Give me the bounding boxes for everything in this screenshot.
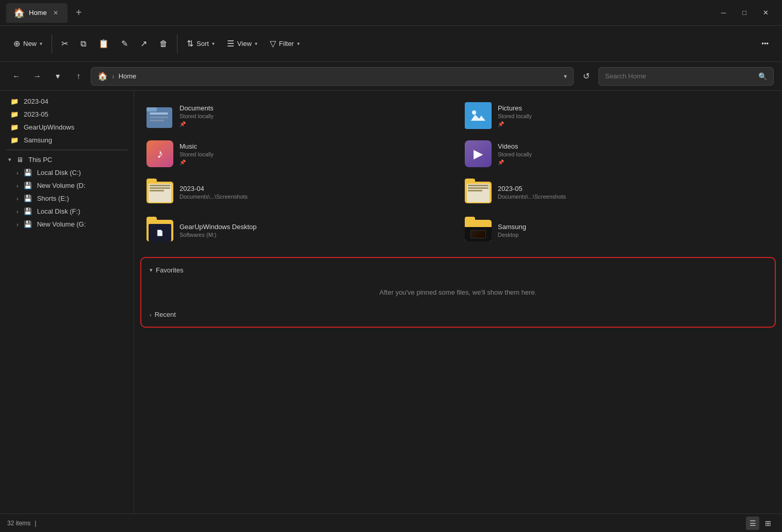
documents-folder-thumb (146, 102, 173, 129)
sidebar-item-shorts-e[interactable]: › 💾 Shorts (E:) (2, 192, 132, 205)
svg-point-5 (472, 110, 476, 115)
favorites-header[interactable]: ▾ Favorites (150, 264, 767, 276)
recent-locations-button[interactable]: ▾ (50, 68, 66, 85)
sidebar-item-2023-05[interactable]: 📁 2023-05 (2, 108, 132, 121)
new-tab-button[interactable]: + (72, 5, 86, 21)
folder-2023-04-name: 2023-04 (180, 185, 248, 192)
sort-button[interactable]: ⇅ Sort ▾ (182, 36, 220, 52)
folder-item-2023-04[interactable]: 2023-04 Documents\...\Screenshots (140, 173, 458, 211)
videos-pin-icon: 📌 (498, 159, 532, 165)
sidebar-item-label-samsung: Samsung (24, 136, 52, 144)
search-input[interactable] (605, 72, 754, 80)
address-home-icon: 🏠 (97, 71, 108, 81)
close-button[interactable]: ✕ (760, 8, 772, 18)
folder-item-pictures[interactable]: Pictures Stored locally 📌 (459, 97, 776, 134)
favorites-label: Favorites (156, 266, 183, 274)
folder-gearup-info: GearUpWindows Desktop Softwares (M:) (180, 223, 257, 238)
folder-icon-gearupwindows: 📁 (10, 123, 19, 131)
sidebar-separator (6, 150, 127, 150)
address-bar[interactable]: 🏠 › Home ▾ (91, 67, 574, 86)
more-icon: ••• (761, 40, 769, 47)
folder-2023-05-thumb (465, 179, 492, 205)
drive-e-icon: 💾 (24, 195, 32, 202)
tab-home[interactable]: 🏠 Home ✕ (6, 3, 68, 23)
address-text: Home (119, 72, 137, 80)
up-icon: ↑ (76, 72, 80, 81)
delete-button[interactable]: 🗑 (154, 36, 173, 52)
drive-g-label: New Volume (G: (37, 220, 86, 228)
title-bar: 🏠 Home ✕ + ─ □ ✕ (0, 0, 782, 26)
music-sub: Stored locally (180, 151, 214, 157)
paste-icon: 📋 (99, 39, 109, 49)
address-chevron-icon[interactable]: ▾ (564, 73, 567, 80)
recent-chevron-icon: › (150, 312, 152, 318)
view-button[interactable]: ☰ View ▾ (222, 36, 263, 52)
pictures-pin-icon: 📌 (498, 121, 532, 127)
search-bar[interactable]: 🔍 (598, 67, 774, 86)
sidebar-item-label-2023-05: 2023-05 (24, 110, 48, 118)
expand-f-icon: › (17, 208, 19, 215)
this-pc-icon: 🖥 (17, 156, 23, 164)
maximize-button[interactable]: □ (739, 8, 750, 18)
sidebar-item-local-c[interactable]: › 💾 Local Disk (C:) (2, 166, 132, 179)
folder-icon-2023-05: 📁 (10, 110, 19, 118)
this-pc-label: This PC (28, 156, 52, 164)
view-chevron: ▾ (255, 41, 257, 46)
drive-c-icon: 💾 (24, 169, 32, 176)
documents-info: Documents Stored locally 📌 (180, 104, 214, 127)
recent-label: Recent (155, 311, 176, 318)
view-label: View (237, 40, 252, 47)
paste-button[interactable]: 📋 (93, 36, 114, 52)
refresh-button[interactable]: ↺ (578, 68, 594, 85)
back-button[interactable]: ← (8, 68, 25, 85)
items-count: 32 items (7, 520, 30, 527)
view-list-button[interactable]: ☰ (746, 517, 759, 530)
sidebar-item-new-volume-g[interactable]: › 💾 New Volume (G: (2, 218, 132, 231)
sidebar-item-samsung[interactable]: 📁 Samsung (2, 134, 132, 147)
tiles-view-icon: ⊞ (765, 519, 771, 527)
rename-button[interactable]: ✎ (116, 36, 133, 52)
sidebar-item-2023-04[interactable]: 📁 2023-04 (2, 95, 132, 108)
folder-2023-05-info: 2023-05 Documents\...\Screenshots (498, 185, 566, 200)
svg-rect-3 (150, 117, 168, 118)
sidebar-item-label-gearupwindows: GearUpWindows (24, 123, 74, 131)
sidebar-item-this-pc[interactable]: ▾ 🖥 This PC (2, 153, 132, 166)
view-tiles-button[interactable]: ⊞ (761, 517, 775, 530)
folder-item-music[interactable]: ♪ Music Stored locally 📌 (140, 135, 458, 172)
more-button[interactable]: ••• (756, 37, 774, 51)
toolbar: ⊕ New ▾ ✂ ⧉ 📋 ✎ ↗ 🗑 ⇅ Sort ▾ ☰ View ▾ ▽ … (0, 26, 782, 62)
new-chevron: ▾ (40, 41, 42, 46)
favorites-empty-message: After you've pinned some files, we'll sh… (150, 276, 767, 309)
forward-button[interactable]: → (29, 68, 45, 85)
folder-item-samsung[interactable]: Samsung Desktop (459, 212, 776, 249)
videos-sub: Stored locally (498, 151, 532, 157)
share-icon: ↗ (140, 39, 147, 49)
folder-samsung-info: Samsung Desktop (498, 223, 526, 238)
pictures-folder-thumb (465, 102, 492, 129)
share-button[interactable]: ↗ (135, 36, 152, 52)
sidebar-item-new-volume-d[interactable]: › 💾 New Volume (D: (2, 179, 132, 192)
sidebar-item-local-f[interactable]: › 💾 Local Disk (F:) (2, 205, 132, 218)
new-button[interactable]: ⊕ New ▾ (8, 36, 47, 52)
copy-button[interactable]: ⧉ (75, 36, 91, 52)
folder-item-2023-05[interactable]: 2023-05 Documents\...\Screenshots (459, 173, 776, 211)
filter-button[interactable]: ▽ Filter ▾ (265, 36, 305, 52)
folder-item-documents[interactable]: Documents Stored locally 📌 (140, 97, 458, 134)
folder-item-gearup[interactable]: 📄 GearUpWindows Desktop Softwares (M:) (140, 212, 458, 249)
videos-name: Videos (498, 142, 532, 150)
up-button[interactable]: ↑ (70, 68, 87, 85)
folder-item-videos[interactable]: ▶ Videos Stored locally 📌 (459, 135, 776, 172)
new-icon: ⊕ (13, 39, 20, 49)
music-folder-thumb: ♪ (146, 140, 173, 167)
forward-icon: → (33, 72, 41, 81)
content-area: Documents Stored locally 📌 Pictures Stor… (134, 91, 782, 513)
svg-rect-2 (150, 112, 168, 115)
recent-header[interactable]: › Recent (150, 309, 767, 320)
cut-button[interactable]: ✂ (56, 36, 73, 52)
music-name: Music (180, 142, 214, 150)
sidebar-item-gearupwindows[interactable]: 📁 GearUpWindows (2, 121, 132, 134)
minimize-button[interactable]: ─ (718, 8, 729, 18)
documents-pin-icon: 📌 (180, 121, 214, 127)
folder-gearup-sub: Softwares (M:) (180, 232, 257, 238)
tab-close-button[interactable]: ✕ (51, 8, 60, 18)
